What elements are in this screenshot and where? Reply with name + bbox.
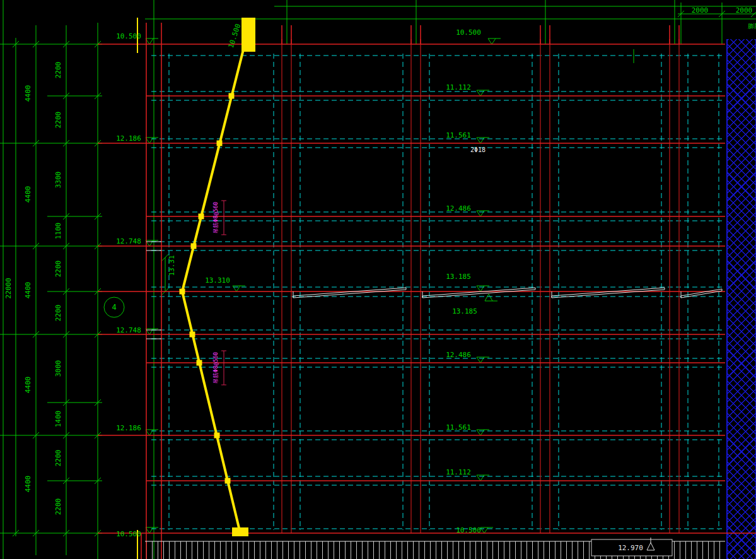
elevation-deck-box: 12.970 xyxy=(618,544,643,551)
elevation-row7: 11.112 xyxy=(446,469,471,476)
elevation-bottom-left: 10.500 xyxy=(116,531,141,538)
dim-outer-left-4: 4400 xyxy=(25,377,32,394)
beam-lines xyxy=(98,23,756,559)
elevation-wall-lower-a: 12.186 xyxy=(116,425,141,432)
elevation-top-mid: 10.500 xyxy=(456,29,481,36)
elevation-bottom-mid: 10.500 xyxy=(456,527,481,534)
axis-bubble-label: 4 xyxy=(112,303,116,311)
dim-inner-left-9: 2200 xyxy=(55,450,62,467)
elevation-ridge-wall-rot: 13.31 xyxy=(168,255,175,276)
dimension-grid-lines xyxy=(0,0,756,559)
dim-outer-left-3: 4400 xyxy=(25,282,32,299)
purlin-note-bracket xyxy=(221,201,226,385)
purlin-note-lower: 吊筋Φ8@560 xyxy=(213,352,219,384)
dim-top-right-1: 2000 xyxy=(692,7,709,14)
purlin-note-upper: 吊筋Φ8@560 xyxy=(213,202,219,234)
dim-inner-left-8: 1400 xyxy=(55,411,62,428)
dim-inner-left-10: 2200 xyxy=(55,498,62,515)
dim-inner-left-7: 3000 xyxy=(55,360,62,377)
dim-outer-left-5: 4400 xyxy=(25,476,32,493)
elevation-wall-upper-a: 12.186 xyxy=(116,135,141,142)
dim-inner-left-3: 3300 xyxy=(55,172,62,189)
dim-outer-left-2: 4400 xyxy=(25,186,32,203)
elevation-row6: 11.561 xyxy=(446,424,471,431)
cad-drawing-canvas: 22000 4400 4400 4400 4400 4400 2200 2200… xyxy=(0,0,756,559)
elevation-row2: 11.561 xyxy=(446,132,471,139)
dim-inner-left-2: 2200 xyxy=(55,112,62,129)
dim-overall-left: 22000 xyxy=(5,278,12,298)
right-edge-label: 膨胀 xyxy=(748,23,756,30)
dim-outer-left-1: 4400 xyxy=(25,85,32,102)
dim-inner-left-6: 2200 xyxy=(55,305,62,322)
rebar-note: 2Φ18 xyxy=(470,147,486,153)
drawing-lines xyxy=(0,0,756,559)
dim-inner-left-5: 2200 xyxy=(55,261,62,278)
dim-inner-left-4: 1100 xyxy=(55,223,62,240)
elevation-ridge-upper: 13.185 xyxy=(446,273,471,280)
elevation-top-left: 10.500 xyxy=(116,33,141,40)
elevation-row1: 11.112 xyxy=(446,84,471,91)
elevation-row3: 12.486 xyxy=(446,205,471,212)
elevation-wall-lower-b: 12.748 xyxy=(116,327,141,334)
elevation-ridge-wall: 13.310 xyxy=(205,277,230,284)
gable-outline xyxy=(137,18,255,559)
elevation-wall-upper-b: 12.748 xyxy=(116,238,141,245)
beam-wedges xyxy=(145,242,725,556)
dim-top-right-2: 2000 xyxy=(736,7,753,14)
dim-inner-left-1: 2200 xyxy=(55,62,62,79)
elevation-row5: 12.486 xyxy=(446,351,471,358)
elevation-ridge-lower: 13.185 xyxy=(452,308,477,315)
elevation-marker-icons xyxy=(146,38,501,533)
